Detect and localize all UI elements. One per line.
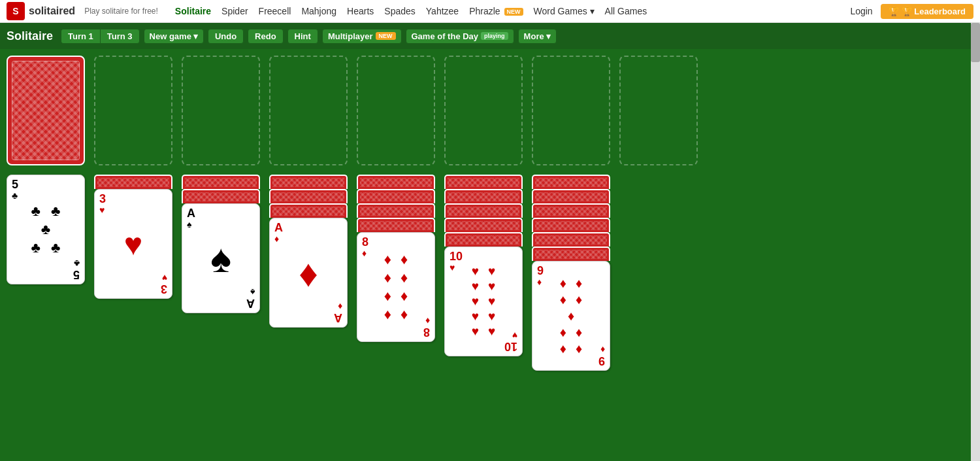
leaderboard-label: 🏆 Leaderboard bbox=[902, 7, 966, 16]
logo-text: solitaired bbox=[29, 5, 75, 17]
card-5clubs[interactable]: 5 ♣ ♣♣ ♣ ♣♣ 5 ♣ bbox=[7, 175, 85, 284]
tableau-col-3: A ♠ ♠ A ♠ bbox=[182, 175, 260, 313]
scrollbar[interactable] bbox=[971, 23, 980, 461]
top-navigation: S solitaired Play solitaire for free! So… bbox=[0, 0, 980, 23]
rank-bot: 3 bbox=[161, 283, 167, 295]
rank-bot: 9 bbox=[598, 355, 605, 367]
newgame-button[interactable]: New game ▾ bbox=[144, 29, 204, 44]
login-button[interactable]: Login bbox=[845, 5, 877, 18]
stock-pile[interactable] bbox=[7, 56, 85, 165]
back-card-c6-5 bbox=[444, 232, 523, 247]
tableau-col-2: 3 ♥ ♥ 3 ♥ bbox=[94, 175, 172, 299]
card-8diamonds[interactable]: 8 ♦ ♦♦ ♦♦ ♦♦ ♦♦ 8 ♦ bbox=[357, 232, 435, 342]
logo-icon: S bbox=[7, 2, 25, 20]
nav-yahtzee[interactable]: Yahtzee bbox=[422, 5, 463, 18]
card-acespades[interactable]: A ♠ ♠ A ♠ bbox=[182, 203, 260, 313]
card-9diamonds[interactable]: 9 ♦ ♦♦ ♦♦ ♦ ♦♦ ♦♦ 9 ♦ bbox=[532, 261, 610, 371]
suit-bot: ♥ bbox=[512, 331, 517, 340]
card-3hearts[interactable]: 3 ♥ ♥ 3 ♥ bbox=[94, 189, 172, 299]
back-card-c7-6 bbox=[532, 247, 610, 261]
nav-phrazle[interactable]: Phrazle NEW bbox=[465, 5, 527, 18]
back-card-c2 bbox=[94, 175, 172, 189]
foundation-3 bbox=[357, 56, 435, 165]
tableau-col-6: 10 ♥ ♥♥ ♥♥ ♥♥ ♥♥ ♥♥ 10 ♥ bbox=[444, 175, 523, 356]
back-card-c6-2 bbox=[444, 189, 523, 203]
rank-top: 3 bbox=[99, 193, 106, 205]
leaderboard-button[interactable]: 🏆 🏆 Leaderboard bbox=[881, 4, 973, 19]
turn-toggle: Turn 1 Turn 3 bbox=[61, 29, 140, 44]
rank-top: A bbox=[274, 222, 283, 233]
back-card-c6-1 bbox=[444, 175, 523, 189]
nav-spades[interactable]: Spades bbox=[380, 5, 419, 18]
back-card-c7-1 bbox=[532, 175, 610, 189]
nav-allgames[interactable]: All Games bbox=[601, 5, 651, 18]
nav-freecell[interactable]: Freecell bbox=[255, 5, 295, 18]
rank-top: A bbox=[187, 207, 195, 219]
hint-button[interactable]: Hint bbox=[287, 29, 318, 44]
back-card-c5-2 bbox=[357, 189, 435, 203]
newgame-dropdown-icon: ▾ bbox=[193, 31, 198, 41]
rank-bot: A bbox=[334, 312, 342, 324]
suit-top: ♠ bbox=[187, 220, 191, 229]
rank-bot: 8 bbox=[423, 326, 430, 338]
suit-top: ♥ bbox=[99, 205, 105, 214]
gotd-button[interactable]: Game of the Day playing bbox=[406, 29, 514, 44]
turn3-button[interactable]: Turn 3 bbox=[100, 29, 140, 44]
back-card-c4-1 bbox=[269, 175, 348, 189]
redo-button[interactable]: Redo bbox=[248, 29, 284, 44]
foundation-2 bbox=[269, 56, 348, 165]
back-card-c6-3 bbox=[444, 203, 523, 218]
back-card-c4-2 bbox=[269, 189, 348, 203]
turn1-button[interactable]: Turn 1 bbox=[61, 29, 100, 44]
top-row bbox=[7, 56, 973, 165]
more-button[interactable]: More ▾ bbox=[518, 29, 557, 44]
back-card-c7-2 bbox=[532, 189, 610, 203]
tableau-col-7: 9 ♦ ♦♦ ♦♦ ♦ ♦♦ ♦♦ 9 ♦ bbox=[532, 175, 610, 371]
suit-bot: ♦ bbox=[425, 316, 430, 326]
tableau-col-5: 8 ♦ ♦♦ ♦♦ ♦♦ ♦♦ 8 ♦ bbox=[357, 175, 435, 342]
more-dropdown-icon: ▾ bbox=[546, 31, 551, 41]
foundation-6 bbox=[619, 56, 698, 165]
multiplayer-button[interactable]: Multiplayer NEW bbox=[322, 29, 402, 44]
nav-mahjong[interactable]: Mahjong bbox=[297, 5, 340, 18]
bottom-row: 5 ♣ ♣♣ ♣ ♣♣ 5 ♣ 3 ♥ ♥ 3 ♥ bbox=[7, 175, 973, 371]
tableau-col-4: A ♦ ♦ A ♦ bbox=[269, 175, 348, 328]
foundation-4 bbox=[444, 56, 523, 165]
gotd-playing-badge: playing bbox=[481, 32, 508, 40]
tableau-col-1: 5 ♣ ♣♣ ♣ ♣♣ 5 ♣ bbox=[7, 175, 85, 284]
logo-area: S solitaired bbox=[7, 2, 75, 20]
nav-wordgames[interactable]: Word Games ▾ bbox=[530, 5, 598, 18]
game-area: 5 ♣ ♣♣ ♣ ♣♣ 5 ♣ 3 ♥ ♥ 3 ♥ bbox=[0, 49, 980, 461]
back-card-c4-3 bbox=[269, 203, 348, 218]
back-card-c3-2 bbox=[182, 189, 260, 203]
foundation-1 bbox=[182, 56, 260, 165]
multiplayer-label: Multiplayer bbox=[328, 31, 373, 41]
back-card-c5-3 bbox=[357, 203, 435, 218]
gotd-label: Game of the Day bbox=[412, 31, 479, 41]
card-10hearts[interactable]: 10 ♥ ♥♥ ♥♥ ♥♥ ♥♥ ♥♥ 10 ♥ bbox=[444, 247, 523, 356]
phrazle-new-badge: NEW bbox=[504, 8, 523, 16]
scrollbar-thumb[interactable] bbox=[971, 23, 980, 62]
newgame-label: New game bbox=[150, 31, 191, 41]
suit-bot: ♣ bbox=[74, 259, 80, 268]
undo-button[interactable]: Undo bbox=[208, 29, 244, 44]
tagline: Play solitaire for free! bbox=[84, 7, 158, 16]
game-toolbar: Solitaire Turn 1 Turn 3 New game ▾ Undo … bbox=[0, 23, 980, 49]
nav-spider[interactable]: Spider bbox=[218, 5, 252, 18]
back-card-c5-4 bbox=[357, 218, 435, 232]
nav-hearts[interactable]: Hearts bbox=[343, 5, 378, 18]
card-acediamonds[interactable]: A ♦ ♦ A ♦ bbox=[269, 218, 348, 328]
waste-slot bbox=[94, 56, 172, 165]
game-title: Solitaire bbox=[7, 29, 53, 43]
suit-bot: ♦ bbox=[338, 302, 342, 311]
back-card-c5-1 bbox=[357, 175, 435, 189]
suit-top: ♦ bbox=[274, 234, 279, 243]
rank-bot: A bbox=[246, 298, 255, 309]
rank-bot: 10 bbox=[504, 341, 517, 352]
back-card-c7-4 bbox=[532, 218, 610, 232]
more-label: More bbox=[524, 31, 544, 41]
nav-solitaire[interactable]: Solitaire bbox=[171, 5, 215, 18]
back-card-c7-5 bbox=[532, 232, 610, 247]
suit-bot: ♦ bbox=[600, 345, 605, 354]
back-card-c6-4 bbox=[444, 218, 523, 232]
